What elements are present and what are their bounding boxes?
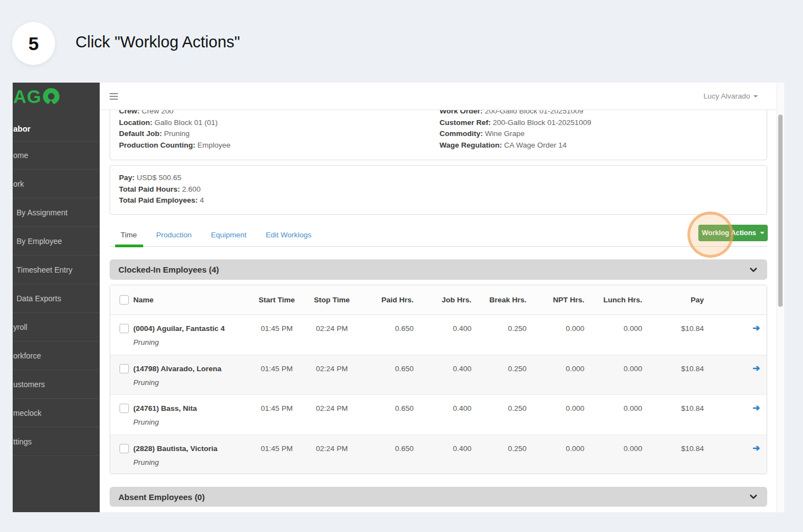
cell-npt-hrs: 0.000 — [534, 395, 592, 435]
cell-stop-time: 02:24 PM — [303, 395, 361, 435]
worklog-info-card: Crew: Crew 200 Location: Gallo Block 01 … — [110, 110, 767, 160]
sidebar-item-timeclock[interactable]: meclock — [13, 399, 100, 427]
cell-lunch-hrs: 0.000 — [592, 395, 650, 435]
sidebar-item-label: ttings — [13, 437, 31, 446]
cell-start-time: 01:45 PM — [251, 435, 303, 475]
pay-line: Pay: USD$ 500.65 — [119, 172, 758, 184]
row-checkbox[interactable] — [120, 444, 129, 453]
employee-job: Pruning — [133, 378, 221, 387]
cell-stop-time: 02:24 PM — [303, 355, 361, 395]
sidebar-item-by-assignment[interactable]: By Assignment — [13, 198, 100, 227]
info-line-location: Location: Gallo Block 01 (01) — [119, 117, 231, 129]
worklog-actions-button[interactable]: Worklog Actions — [698, 225, 768, 241]
cell-stop-time: 02:24 PM — [303, 315, 361, 355]
info-line-wage-regulation: Wage Regulation: CA Wage Order 14 — [440, 140, 591, 151]
employee-job: Pruning — [133, 458, 218, 466]
cell-lunch-hrs: 0.000 — [592, 435, 650, 475]
col-paid-hrs: Paid Hrs. — [361, 296, 421, 304]
tab-production[interactable]: Production — [156, 231, 192, 239]
info-line-default-job: Default Job: Pruning — [119, 128, 231, 140]
logo-text: AG — [13, 88, 42, 106]
sidebar-menu: ome ork By Assignment By Employee Timesh… — [13, 141, 100, 456]
cell-lunch-hrs: 0.000 — [592, 355, 650, 395]
content-area: Crew: Crew 200 Location: Gallo Block 01 … — [100, 110, 777, 512]
sidebar-item-workforce[interactable]: orkforce — [13, 341, 100, 370]
employee-job: Pruning — [133, 338, 225, 346]
sidebar-item-label: ork — [13, 180, 24, 188]
row-detail-arrow-icon[interactable]: ➔ — [753, 444, 760, 453]
sidebar-item-data-exports[interactable]: Data Exports — [13, 284, 100, 313]
cell-pay: $10.84 — [650, 435, 716, 475]
cell-start-time: 01:45 PM — [251, 395, 303, 435]
user-menu[interactable]: Lucy Alvarado — [703, 92, 758, 100]
col-job-hrs: Job Hrs. — [421, 296, 479, 304]
employee-name: (14798) Alvarado, Lorena — [133, 365, 221, 373]
clocked-in-employees-header[interactable]: Clocked-In Employees (4) — [110, 259, 767, 280]
row-detail-arrow-icon[interactable]: ➔ — [753, 364, 760, 373]
main-header: Lucy Alvarado — [100, 83, 777, 110]
col-start-time: Start Time — [251, 296, 303, 304]
row-checkbox[interactable] — [120, 404, 129, 413]
row-detail-arrow-icon[interactable]: ➔ — [753, 324, 760, 333]
sidebar-item-settings[interactable]: ttings — [13, 427, 100, 456]
chevron-down-icon — [748, 492, 758, 502]
cell-job-hrs: 0.400 — [421, 315, 479, 355]
step-title: Click "Worklog Actions" — [75, 33, 240, 51]
sidebar-item-payroll[interactable]: yroll — [13, 313, 100, 341]
sidebar-item-label: ustomers — [13, 380, 45, 389]
cell-job-hrs: 0.400 — [421, 395, 479, 435]
select-all-checkbox[interactable] — [120, 295, 129, 305]
sidebar-item-label: By Employee — [17, 237, 62, 246]
absent-employees-header[interactable]: Absent Employees (0) — [110, 487, 767, 507]
tab-strip: Time Production Equipment Edit Worklogs — [110, 225, 767, 247]
cell-break-hrs: 0.250 — [479, 315, 534, 355]
row-checkbox[interactable] — [120, 364, 129, 373]
cell-npt-hrs: 0.000 — [534, 315, 592, 355]
table-row: (24761) Bass, Nita Pruning 01:45 PM 02:2… — [110, 395, 767, 435]
employee-table: Name Start Time Stop Time Paid Hrs. Job … — [110, 285, 767, 474]
caret-down-icon — [753, 95, 758, 97]
employee-table-header: Name Start Time Stop Time Paid Hrs. Job … — [110, 285, 767, 315]
info-line-customer-ref: Customer Ref: 200-Gallo Block 01-2025100… — [440, 117, 591, 129]
sidebar-item-customers[interactable]: ustomers — [13, 370, 100, 399]
row-detail-arrow-icon[interactable]: ➔ — [753, 404, 760, 412]
tab-edit-worklogs[interactable]: Edit Worklogs — [266, 231, 312, 239]
total-paid-hours-line: Total Paid Hours: 2.600 — [119, 184, 758, 196]
employee-name: (0004) Aguilar, Fantastic 4 — [133, 324, 225, 333]
sidebar-item-by-employee[interactable]: By Employee — [13, 227, 100, 256]
sidebar-item-label: yroll — [13, 323, 28, 332]
caret-down-icon — [760, 232, 764, 234]
cell-paid-hrs: 0.650 — [361, 355, 421, 395]
cell-job-hrs: 0.400 — [421, 355, 479, 395]
cell-paid-hrs: 0.650 — [361, 395, 421, 435]
info-column-right: Work Order: 200-Gallo Block 01-20251009 … — [440, 110, 591, 151]
scrollbar-thumb[interactable] — [778, 115, 783, 307]
sidebar-item-home[interactable]: ome — [13, 141, 100, 170]
sidebar-item-label: Data Exports — [17, 294, 61, 303]
cell-break-hrs: 0.250 — [479, 435, 534, 475]
sidebar-item-work[interactable]: ork — [13, 170, 100, 198]
cell-npt-hrs: 0.000 — [534, 355, 592, 395]
tab-equipment[interactable]: Equipment — [211, 231, 247, 239]
cell-job-hrs: 0.400 — [421, 435, 479, 475]
cell-pay: $10.84 — [650, 315, 716, 355]
table-row: (14798) Alvarado, Lorena Pruning 01:45 P… — [110, 355, 767, 395]
worklog-actions-label: Worklog Actions — [702, 229, 756, 237]
page: 5 Click "Worklog Actions" AG abor ome or… — [0, 0, 803, 532]
cell-start-time: 01:45 PM — [251, 355, 303, 395]
tab-time[interactable]: Time — [121, 231, 137, 239]
employee-job: Pruning — [133, 418, 197, 426]
sidebar-item-timesheet-entry[interactable]: Timesheet Entry — [13, 256, 100, 284]
hamburger-menu-icon[interactable] — [110, 93, 118, 100]
app-logo[interactable]: AG — [13, 83, 100, 110]
sidebar-item-label: By Assignment — [17, 208, 68, 217]
row-checkbox[interactable] — [120, 324, 129, 333]
info-line-crew: Crew: Crew 200 — [119, 110, 231, 117]
cell-npt-hrs: 0.000 — [534, 435, 592, 475]
step-number: 5 — [29, 33, 39, 55]
sidebar-item-label: ome — [13, 151, 28, 160]
sidebar-item-label: orkforce — [13, 351, 41, 360]
col-break-hrs: Break Hrs. — [479, 296, 534, 304]
col-name: Name — [133, 296, 154, 304]
chevron-down-icon — [748, 265, 758, 275]
